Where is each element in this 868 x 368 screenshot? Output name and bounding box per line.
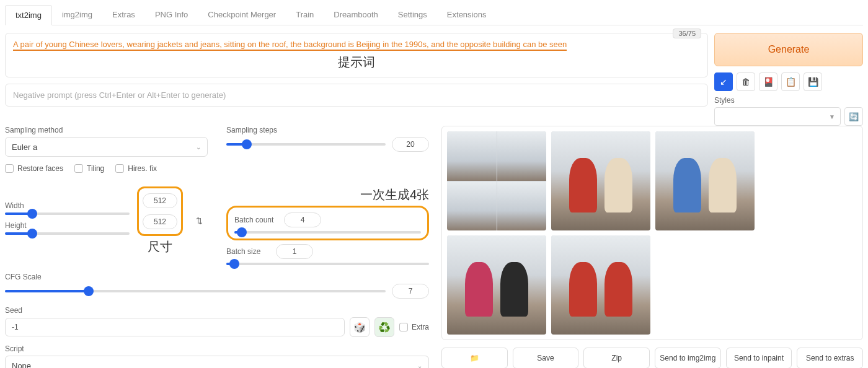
cfg-scale-value[interactable]: [392, 284, 429, 299]
prompt-input[interactable]: 36/75 A pair of young Chinese lovers, we…: [5, 33, 708, 77]
seed-input[interactable]: [5, 318, 345, 336]
styles-label: Styles: [714, 96, 863, 105]
prompt-annotation: 提示词: [13, 54, 700, 71]
clipboard-icon[interactable]: 📋: [781, 72, 800, 91]
height-slider[interactable]: [5, 232, 130, 235]
sampling-steps-label: Sampling steps: [226, 126, 429, 134]
styles-select[interactable]: ▼: [714, 107, 841, 126]
trash-icon[interactable]: 🗑: [737, 72, 755, 91]
height-value[interactable]: [143, 214, 177, 229]
sampling-method-label: Sampling method: [5, 126, 208, 134]
tiling-checkbox[interactable]: Tiling: [74, 164, 104, 173]
generate-button[interactable]: Generate: [714, 33, 863, 66]
tab-train[interactable]: Train: [286, 5, 324, 25]
script-select[interactable]: None ⌄: [5, 356, 429, 368]
sampling-method-value: Euler a: [12, 142, 37, 152]
main-tabs: txt2img img2img Extras PNG Info Checkpoi…: [5, 5, 863, 25]
tab-extras[interactable]: Extras: [102, 5, 145, 25]
gallery-image-2[interactable]: [655, 131, 755, 230]
reuse-seed-button[interactable]: ♻️: [374, 317, 394, 337]
prompt-text: A pair of young Chinese lovers, wearing …: [13, 40, 567, 51]
tab-checkpoint-merger[interactable]: Checkpoint Merger: [198, 5, 286, 25]
chevron-down-icon: ⌄: [417, 362, 422, 369]
card-icon[interactable]: 🎴: [759, 72, 777, 91]
save-icon[interactable]: 💾: [804, 72, 822, 91]
batch-count-slider[interactable]: [234, 231, 421, 234]
chevron-down-icon: ⌄: [196, 144, 201, 151]
send-to-inpaint-button[interactable]: Send to inpaint: [726, 348, 792, 368]
batch-size-label: Batch size: [226, 247, 271, 256]
open-folder-button[interactable]: 📁: [441, 348, 508, 368]
cfg-scale-slider[interactable]: [5, 290, 386, 292]
tab-txt2img[interactable]: txt2img: [5, 5, 52, 25]
refresh-styles-button[interactable]: 🔄: [844, 107, 863, 126]
batch-size-value[interactable]: [276, 244, 313, 259]
batch-count-label: Batch count: [234, 216, 279, 224]
cfg-scale-label: CFG Scale: [5, 273, 429, 281]
tab-img2img[interactable]: img2img: [52, 5, 102, 25]
hires-fix-checkbox[interactable]: Hires. fix: [115, 164, 157, 173]
negative-prompt-input[interactable]: Negative prompt (press Ctrl+Enter or Alt…: [5, 84, 708, 107]
height-label: Height: [5, 221, 130, 230]
script-value: None: [12, 361, 31, 369]
sampling-steps-value[interactable]: [392, 137, 429, 152]
output-gallery: [441, 126, 863, 340]
dimensions-annotation: 尺寸: [137, 239, 183, 255]
gallery-image-1[interactable]: [551, 131, 650, 230]
tab-settings[interactable]: Settings: [388, 5, 437, 25]
script-label: Script: [5, 344, 429, 353]
batch-size-slider[interactable]: [226, 263, 429, 265]
sampling-method-select[interactable]: Euler a ⌄: [5, 137, 208, 157]
batch-annotation: 一次生成4张: [226, 186, 429, 203]
gallery-image-4[interactable]: [551, 235, 650, 335]
sampling-steps-slider[interactable]: [226, 143, 386, 146]
seed-label: Seed: [5, 306, 429, 315]
tab-extensions[interactable]: Extensions: [437, 5, 497, 25]
token-counter: 36/75: [673, 28, 701, 38]
save-button[interactable]: Save: [513, 348, 579, 368]
swap-dimensions-button[interactable]: ⇅: [190, 212, 208, 230]
random-seed-button[interactable]: 🎲: [350, 317, 370, 337]
width-label: Width: [5, 201, 130, 210]
tab-dreambooth[interactable]: Dreambooth: [324, 5, 388, 25]
gallery-image-3[interactable]: [447, 235, 546, 335]
arrow-icon[interactable]: ↙: [714, 72, 733, 91]
width-value[interactable]: [143, 193, 177, 208]
gallery-image-grid[interactable]: [447, 131, 546, 230]
batch-count-value[interactable]: [284, 212, 321, 227]
zip-button[interactable]: Zip: [583, 348, 650, 368]
width-slider[interactable]: [5, 212, 130, 215]
send-to-img2img-button[interactable]: Send to img2img: [655, 348, 721, 368]
tab-pnginfo[interactable]: PNG Info: [145, 5, 198, 25]
extra-checkbox[interactable]: Extra: [399, 323, 429, 331]
restore-faces-checkbox[interactable]: Restore faces: [5, 164, 63, 173]
send-to-extras-button[interactable]: Send to extras: [797, 348, 863, 368]
